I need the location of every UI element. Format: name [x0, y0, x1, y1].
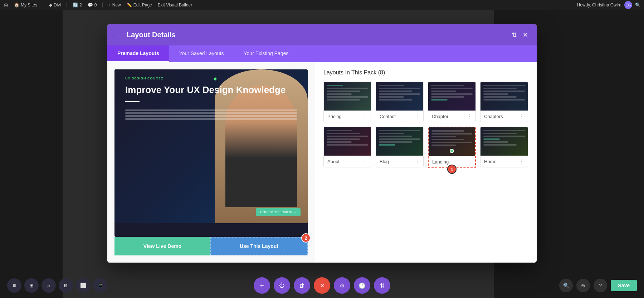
layout-card-about[interactable]: About ⋮ — [323, 127, 371, 167]
use-this-layout-button[interactable]: Use This Layout 2 — [210, 237, 308, 255]
layout-card-wrapper-about: About ⋮ — [323, 127, 371, 168]
exit-builder-link[interactable]: Exit Visual Builder — [158, 3, 192, 8]
divider-1 — [43, 3, 43, 8]
layout-menu-icon-blog[interactable]: ⋮ — [415, 158, 420, 164]
bottom-toolbar: ≡ ⊞ ⌕ 🖥 ⬜ 📱 + ⏻ 🗑 ✕ ⚙ 🕐 ⇅ 🔍 ⊚ ? Save — [0, 273, 644, 298]
layout-details-modal: ← Layout Details ⇅ ✕ Premade Layouts You… — [107, 24, 537, 263]
toolbar-search-button[interactable]: ⌕ — [42, 278, 56, 293]
back-icon[interactable]: ← — [116, 31, 122, 39]
toolbar-settings-button[interactable]: ⚙ — [334, 277, 350, 294]
divider-3 — [102, 3, 103, 8]
toolbar-mobile-button[interactable]: 📱 — [93, 278, 107, 293]
toolbar-tablet-button[interactable]: ⬜ — [76, 278, 90, 293]
toolbar-right: 🔍 ⊚ ? Save — [559, 279, 637, 292]
modal-tabs: Premade Layouts Your Saved Layouts Your … — [107, 45, 537, 62]
preview-title: Improve Your UX Design Knowledge — [125, 84, 297, 96]
new-menu[interactable]: + New — [108, 3, 121, 8]
edit-page-link[interactable]: ✏️ Edit Page — [127, 3, 152, 8]
sort-icon[interactable]: ⇅ — [512, 31, 517, 39]
layout-menu-icon-pricing[interactable]: ⋮ — [362, 113, 367, 119]
text-line-4 — [125, 118, 297, 120]
toolbar-add-button[interactable]: + — [254, 277, 270, 294]
wp-logo-icon[interactable]: ⊕ — [4, 2, 8, 9]
toolbar-close-button[interactable]: ✕ — [314, 277, 330, 294]
layout-thumb-blog — [376, 127, 423, 156]
layout-card-wrapper-landing: Landing ⋮ 1 — [428, 127, 476, 168]
preview-buttons: View Live Demo Use This Layout 2 — [114, 237, 308, 255]
toolbar-sort-button[interactable]: ⇅ — [374, 277, 390, 294]
layout-thumb-pricing — [324, 82, 371, 111]
layout-footer-chapters: Chapters ⋮ — [480, 111, 528, 122]
modal-header-left: ← Layout Details — [116, 31, 176, 39]
layout-card-chapters[interactable]: Chapters ⋮ — [480, 82, 528, 122]
layout-menu-icon-chapter[interactable]: ⋮ — [467, 113, 472, 119]
toolbar-history-button[interactable]: 🕐 — [354, 277, 370, 294]
layout-card-wrapper-pricing: Pricing ⋮ — [323, 82, 371, 122]
layout-footer-about: About ⋮ — [324, 156, 371, 167]
save-button[interactable]: Save — [611, 280, 637, 291]
layout-card-chapter[interactable]: Chapter ⋮ — [428, 82, 476, 122]
layout-card-contact[interactable]: Contact ⋮ — [376, 82, 424, 122]
layout-card-wrapper-chapters: Chapters ⋮ — [480, 82, 528, 122]
toolbar-power-button[interactable]: ⏻ — [274, 277, 290, 294]
toolbar-grid-button[interactable]: ⊞ — [24, 278, 39, 293]
text-line-2 — [125, 112, 297, 114]
preview-badge: UX Design Course — [125, 77, 297, 80]
text-line-1 — [125, 109, 297, 111]
layout-card-blog[interactable]: Blog ⋮ — [376, 127, 424, 167]
preview-section: ✦ ✦ UX Design Course Improve Your UX Des… — [107, 62, 315, 263]
tab-saved-layouts[interactable]: Your Saved Layouts — [169, 45, 234, 62]
preview-divider — [125, 101, 140, 102]
modal-header-icons: ⇅ ✕ — [512, 31, 528, 39]
layout-footer-blog: Blog ⋮ — [376, 156, 423, 167]
course-overview-btn: COURSE OVERVIEW → — [256, 208, 301, 216]
layout-card-home[interactable]: Home ⋮ — [480, 127, 528, 167]
text-line-3 — [125, 115, 297, 117]
close-icon[interactable]: ✕ — [523, 31, 528, 39]
search-icon[interactable]: 🔍 — [635, 3, 640, 8]
user-avatar[interactable]: CG — [624, 1, 632, 9]
view-live-demo-button[interactable]: View Live Demo — [114, 237, 210, 255]
layout-name-pricing: Pricing — [327, 114, 342, 119]
layouts-pack-title: Layouts In This Pack (8) — [323, 69, 528, 76]
layout-badge-1: 1 — [447, 165, 457, 174]
layout-name-chapters: Chapters — [484, 114, 503, 119]
layout-card-wrapper-contact: Contact ⋮ — [376, 82, 424, 122]
divider-2 — [67, 3, 67, 8]
layout-menu-icon-home[interactable]: ⋮ — [519, 158, 524, 164]
layout-card-landing[interactable]: Landing ⋮ — [428, 127, 476, 168]
layout-card-wrapper-blog: Blog ⋮ — [376, 127, 424, 168]
layout-footer-pricing: Pricing ⋮ — [324, 111, 371, 122]
tab-premade-layouts[interactable]: Premade Layouts — [107, 45, 169, 62]
layout-card-pricing[interactable]: Pricing ⋮ — [323, 82, 371, 122]
toolbar-center: + ⏻ 🗑 ✕ ⚙ 🕐 ⇅ — [254, 277, 390, 294]
toolbar-search-right-button[interactable]: 🔍 — [559, 279, 573, 292]
tab-existing-pages[interactable]: Your Existing Pages — [234, 45, 299, 62]
layout-menu-icon-chapters[interactable]: ⋮ — [519, 113, 524, 119]
layout-card-wrapper-home: Home ⋮ — [480, 127, 528, 168]
layout-footer-chapter: Chapter ⋮ — [428, 111, 475, 122]
layout-thumb-landing — [429, 127, 475, 156]
toolbar-left: ≡ ⊞ ⌕ 🖥 ⬜ 📱 — [7, 278, 107, 293]
layout-badge-2: 2 — [301, 233, 311, 243]
modal-title: Layout Details — [127, 31, 176, 39]
selected-indicator — [450, 149, 454, 153]
layout-menu-icon-about[interactable]: ⋮ — [362, 158, 367, 164]
toolbar-help-button[interactable]: ? — [594, 279, 607, 292]
updates-menu[interactable]: 🔄 2 — [73, 3, 82, 8]
preview-image: ✦ ✦ UX Design Course Improve Your UX Des… — [114, 69, 308, 237]
layout-footer-contact: Contact ⋮ — [376, 111, 423, 122]
divi-menu[interactable]: ◆ Divi — [49, 3, 61, 8]
comments-menu[interactable]: 💬 0 — [88, 3, 97, 8]
toolbar-trash-button[interactable]: 🗑 — [294, 277, 310, 294]
modal-overlay: ← Layout Details ⇅ ✕ Premade Layouts You… — [0, 10, 644, 298]
layout-menu-icon-landing[interactable]: ⋮ — [467, 159, 472, 165]
layout-name-about: About — [327, 159, 340, 164]
toolbar-layers-button[interactable]: ⊚ — [576, 279, 590, 292]
toolbar-menu-button[interactable]: ≡ — [7, 278, 21, 293]
layouts-grid: Pricing ⋮ — [323, 82, 528, 168]
toolbar-desktop-button[interactable]: 🖥 — [59, 278, 73, 293]
layout-footer-home: Home ⋮ — [480, 156, 528, 167]
layout-menu-icon-contact[interactable]: ⋮ — [415, 113, 420, 119]
my-sites-menu[interactable]: 🏠 My Sites — [14, 3, 37, 8]
